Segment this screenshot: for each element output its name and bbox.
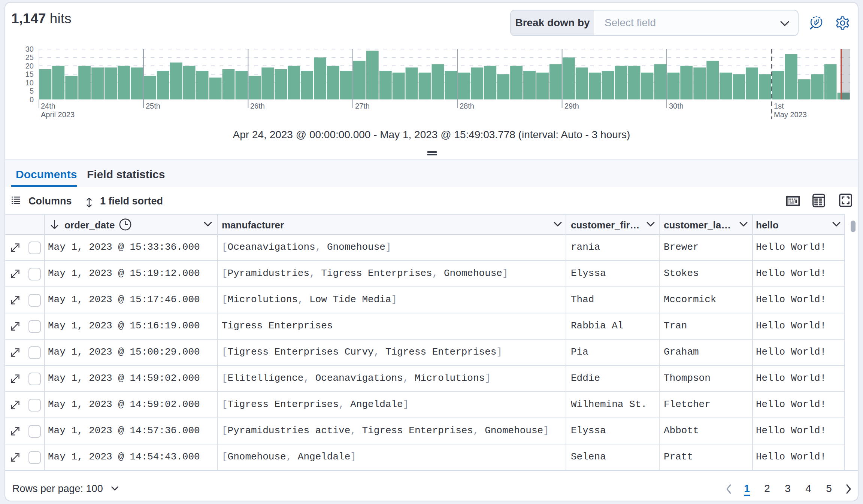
svg-text:May 2023: May 2023 — [774, 110, 807, 119]
svg-text:25: 25 — [25, 53, 34, 61]
svg-text:5: 5 — [30, 87, 34, 95]
svg-text:20: 20 — [25, 62, 34, 70]
svg-text:April 2023: April 2023 — [41, 110, 75, 119]
svg-text:15: 15 — [25, 70, 34, 78]
svg-text:30: 30 — [25, 45, 34, 53]
svg-text:1st: 1st — [774, 102, 784, 110]
svg-text:28th: 28th — [460, 102, 474, 110]
svg-text:24th: 24th — [41, 102, 55, 110]
svg-text:0: 0 — [30, 95, 34, 104]
svg-text:26th: 26th — [250, 102, 265, 110]
svg-text:30th: 30th — [669, 102, 684, 110]
svg-text:10: 10 — [25, 79, 34, 87]
svg-text:27th: 27th — [355, 102, 370, 110]
svg-text:25th: 25th — [146, 102, 160, 110]
svg-text:29th: 29th — [564, 102, 579, 110]
